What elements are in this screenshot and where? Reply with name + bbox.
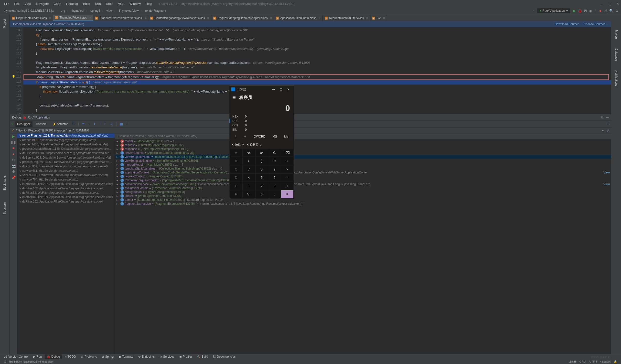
calc-base-bin[interactable]: BIN0 xyxy=(232,127,291,132)
console-tab[interactable]: Console xyxy=(34,121,49,127)
variable-row[interactable]: ▸f parser = {StandardExpressionParser@13… xyxy=(115,198,611,202)
rerun-icon[interactable]: ↻ xyxy=(11,122,14,126)
calc-close-icon[interactable]: ✕ xyxy=(285,88,292,91)
stack-frame[interactable]: ↳ internalDoFilter:227, ApplicationFilte… xyxy=(17,182,115,186)
editor-tab[interactable]: cDispatcherServlet.class× xyxy=(10,15,53,21)
variable-row[interactable]: ▸f mergedModel = {HashMap@13859} size = … xyxy=(115,163,611,167)
breadcrumb-item[interactable]: org xyxy=(60,9,66,13)
calc-menu-icon[interactable]: ☰ xyxy=(232,95,236,100)
actuator-tab[interactable]: ⚡ Actuator xyxy=(50,121,70,127)
search-icon[interactable]: 🔍 xyxy=(609,9,613,13)
code-area[interactable]: FragmentExpression fragmentExpression; f… xyxy=(23,27,611,114)
calc-key-×[interactable]: × xyxy=(281,165,293,173)
pause-icon[interactable]: ❚❚ xyxy=(11,140,16,144)
view-link[interactable]: View xyxy=(604,171,610,174)
settings-icon[interactable]: ⚙ xyxy=(615,9,619,13)
calc-key-9[interactable]: 9 xyxy=(268,165,280,173)
calc-key-D[interactable]: D xyxy=(230,174,242,182)
calc-word-btn[interactable]: M∨ xyxy=(282,134,291,139)
mute-breakpoints-icon[interactable]: ⊘ xyxy=(12,158,15,162)
stack-frame[interactable]: ↳ doService:963, DispatcherServlet (org.… xyxy=(17,155,115,160)
calc-key-÷[interactable]: ÷ xyxy=(281,157,293,165)
stack-frame[interactable]: ↳ renderFragment:294, ThymeleafView (org… xyxy=(17,133,115,138)
stack-frame[interactable]: ↳ processDispatchResult:1145, Dispatcher… xyxy=(17,147,115,151)
variable-row[interactable]: ▸f servletContext = {ApplicationContextF… xyxy=(115,151,611,155)
minimize-panel-icon[interactable]: — xyxy=(606,116,609,119)
threads-icon[interactable]: ☰ xyxy=(607,122,610,126)
variable-row[interactable]: ▸p model = {ModelMap@13811} size = 1 xyxy=(115,139,611,143)
calc-key-A[interactable]: A xyxy=(230,149,242,156)
calc-key-0[interactable]: 0 xyxy=(256,190,268,198)
variable-row[interactable]: ▸f fragmentExpression = {FragmentExpress… xyxy=(115,202,611,206)
readonly-lock-icon[interactable]: 🔒 xyxy=(614,360,617,363)
bottom-tab-services[interactable]: ⚙ Services xyxy=(157,354,176,359)
calc-key-%[interactable]: % xyxy=(268,157,280,165)
minimize-icon[interactable]: — xyxy=(601,2,604,6)
calc-maximize-icon[interactable]: ▢ xyxy=(277,88,285,91)
menu-run[interactable]: Run xyxy=(93,1,103,6)
force-step-into-icon[interactable]: ⤓ xyxy=(92,121,97,126)
calc-word-btn[interactable]: ⠿ xyxy=(233,134,239,139)
file-encoding[interactable]: UTF-8 xyxy=(589,360,597,363)
editor-tab[interactable]: cRequestContextFilter.class× xyxy=(323,15,370,21)
stack-frame[interactable]: ↳ service:681, HttpServlet (javax.servle… xyxy=(17,169,115,173)
variable-row[interactable]: ▸p response = {ShiroHttpServletResponse@… xyxy=(115,147,611,151)
menu-view[interactable]: View xyxy=(22,1,34,6)
menu-file[interactable]: File xyxy=(2,1,12,6)
menu-help[interactable]: Help xyxy=(143,1,155,6)
calc-word-btn[interactable]: ⚛ xyxy=(242,134,248,139)
bottom-tab-build[interactable]: 🔨 Build xyxy=(195,354,210,359)
calc-word-btn[interactable]: MS xyxy=(271,134,279,139)
calc-key-6[interactable]: 6 xyxy=(268,174,280,182)
calc-key-C[interactable]: C xyxy=(230,165,242,173)
maximize-icon[interactable]: ▢ xyxy=(608,2,611,6)
drop-frame-icon[interactable]: ⤴ xyxy=(103,121,107,126)
tab-close-icon[interactable]: × xyxy=(366,16,368,20)
editor-tab[interactable]: cStandardExpressionParser.class× xyxy=(93,15,148,21)
tab-close-icon[interactable]: × xyxy=(319,16,321,20)
calc-key-−[interactable]: − xyxy=(281,174,293,182)
bottom-tab-version-control[interactable]: ⎇ Version Control xyxy=(2,354,30,359)
variable-row[interactable]: ▸f configuration = {EngineConfiguration@… xyxy=(115,190,611,194)
tab-close-icon[interactable]: × xyxy=(207,16,209,20)
breadcrumb-item[interactable]: view xyxy=(105,9,114,13)
stack-frame[interactable]: ↳ doDispatch:1084, DispatcherServlet (or… xyxy=(17,151,115,155)
choose-sources-link[interactable]: Choose Sources... xyxy=(584,22,608,26)
project-tool-button[interactable]: Project xyxy=(3,17,6,31)
menu-navigate[interactable]: Navigate xyxy=(34,1,51,6)
breadcrumb-item[interactable]: thymeleaf-spring5-3.0.12.RELEASE.jar xyxy=(2,9,56,13)
calc-key-C[interactable]: C xyxy=(268,149,280,156)
variable-row[interactable]: ▸p request = {ShiroHttpServletRequest@11… xyxy=(115,143,611,147)
calc-key-3[interactable]: 3 xyxy=(268,182,280,190)
trace-icon[interactable]: ☷ xyxy=(125,121,130,126)
stack-frame[interactable]: ↳ doFilter:162, ApplicationFilterChain (… xyxy=(17,199,115,204)
stack-frame[interactable]: ↳ doFilter:162, ApplicationFilterChain (… xyxy=(17,186,115,191)
editor-tab[interactable]: cCV× xyxy=(370,15,387,21)
calc-minimize-icon[interactable]: — xyxy=(270,88,277,91)
database-tool-button[interactable]: Database xyxy=(615,46,618,63)
run-config-selector[interactable]: RuoYiApplication ▾ xyxy=(537,8,570,13)
variable-row[interactable]: ▸f viewTemplateEngine = {SpringTemplateE… xyxy=(115,159,611,163)
menu-tools[interactable]: Tools xyxy=(104,1,115,6)
pin-icon[interactable]: 📌 xyxy=(12,175,16,179)
menu-refactor[interactable]: Refactor xyxy=(64,1,80,6)
run-icon[interactable]: ▶ xyxy=(573,9,576,13)
editor-tab[interactable]: cContentNegotiatingViewResolver.class× xyxy=(148,15,211,21)
tab-close-icon[interactable]: × xyxy=(270,16,272,20)
git-icon[interactable]: ⎇ xyxy=(604,9,607,13)
thread-layout-icon[interactable]: ⇄ xyxy=(607,129,609,132)
calc-key-5[interactable]: 5 xyxy=(256,174,268,182)
calc-key-E[interactable]: E xyxy=(230,182,242,190)
editor-tab[interactable]: cThymeleafView.class× xyxy=(53,15,93,21)
bottom-tab-todo[interactable]: ≡ TODO xyxy=(63,354,78,359)
menu-edit[interactable]: Edit xyxy=(12,1,22,6)
show-frames-icon[interactable]: ☰ xyxy=(71,121,76,126)
calc-base-hex[interactable]: HEX0 xyxy=(232,114,291,119)
calc-key-F[interactable]: F xyxy=(230,190,242,198)
bottom-tab-profiler[interactable]: ◉ Profiler xyxy=(177,354,194,359)
bottom-tab-endpoints[interactable]: ⊙ Endpoints xyxy=(136,354,156,359)
calc-key-8[interactable]: 8 xyxy=(256,165,268,173)
breadcrumb-item[interactable]: ThymeleafView xyxy=(118,9,140,13)
stack-frame[interactable]: ↳ render:190, ThymeleafView (org.thymele… xyxy=(17,138,115,142)
run-to-cursor-icon[interactable]: →| xyxy=(108,121,114,126)
